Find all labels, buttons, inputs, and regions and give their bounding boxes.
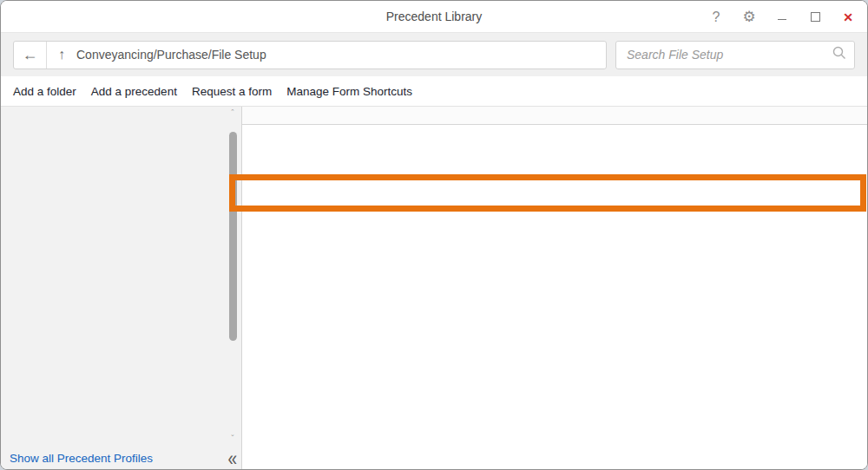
minimize-icon — [778, 19, 786, 20]
navigation-bar: ← ↑ Conveyancing/Purchase/File Setup — [1, 33, 867, 76]
scrollbar-thumb[interactable] — [229, 132, 237, 341]
folder-tree — [1, 107, 241, 136]
scroll-up-icon[interactable]: ⌃︎ — [227, 108, 239, 115]
help-button[interactable]: ? — [706, 6, 727, 29]
toolbar-item-add-a-precedent[interactable]: Add a precedent — [91, 85, 177, 98]
show-all-precedent-profiles-link[interactable]: Show all Precedent Profiles — [10, 452, 153, 465]
breadcrumb-path[interactable]: Conveyancing/Purchase/File Setup — [76, 48, 266, 62]
close-icon: ✕ — [843, 10, 853, 24]
address-bar: ← ↑ Conveyancing/Purchase/File Setup — [13, 41, 607, 69]
minimize-button[interactable] — [772, 6, 792, 29]
help-icon: ? — [713, 10, 720, 25]
toolbar-item-add-a-folder[interactable]: Add a folder — [13, 85, 76, 98]
folder-tree-panel: ⌃︎ ⌄︎ Show all Precedent Profiles « — [1, 107, 242, 470]
settings-gear-icon: ⚙ — [742, 8, 755, 26]
up-button[interactable]: ↑ — [47, 48, 76, 62]
tree-item-sale-0[interactable] — [1, 114, 241, 136]
search-icon[interactable] — [832, 45, 847, 64]
precedent-library-window: Precedent Library ? ⚙ ✕ ← — [0, 0, 868, 470]
maximize-button[interactable] — [805, 6, 825, 29]
collapse-panel-icon[interactable]: « — [227, 447, 237, 470]
up-arrow-icon: ↑ — [58, 48, 65, 62]
close-button[interactable]: ✕ — [838, 6, 858, 29]
search-box — [615, 41, 855, 69]
toolbar-item-request-a-form[interactable]: Request a form — [192, 85, 272, 98]
precedent-list-panel — [242, 107, 867, 470]
scroll-down-icon[interactable]: ⌄︎ — [227, 431, 239, 438]
titlebar: Precedent Library ? ⚙ ✕ — [1, 1, 867, 33]
actions-toolbar: Add a folderAdd a precedentRequest a for… — [1, 76, 867, 107]
tree-scrollbar[interactable]: ⌃︎ ⌄︎ — [227, 107, 239, 452]
maximize-icon — [811, 12, 820, 22]
back-button[interactable]: ← — [14, 42, 47, 69]
search-input[interactable] — [627, 48, 832, 62]
back-arrow-icon: ← — [23, 47, 38, 62]
table-header — [242, 107, 867, 125]
precedent-table — [242, 107, 867, 125]
toolbar-item-manage-form-shortcuts[interactable]: Manage Form Shortcuts — [286, 85, 412, 98]
titlebar-controls: ? ⚙ ✕ — [694, 1, 858, 33]
window-body: ⌃︎ ⌄︎ Show all Precedent Profiles « — [1, 107, 867, 470]
settings-button[interactable]: ⚙ — [739, 6, 760, 29]
